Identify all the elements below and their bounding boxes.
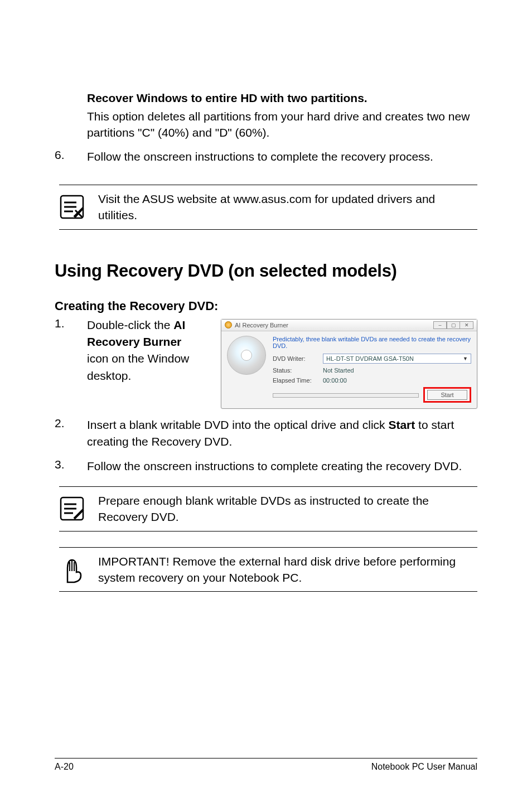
step-text: Follow the onscreen instructions to comp… [87,458,477,475]
step-1: 1. Double-click the AI Recovery Burner i… [55,317,204,385]
label-status: Status: [273,367,318,374]
step-1-row: 1. Double-click the AI Recovery Burner i… [55,313,477,409]
start-button[interactable]: Start [427,390,467,400]
step-number: 2. [55,417,70,451]
note-prepare-dvds: Prepare enough blank writable DVDs as in… [59,486,477,532]
note-important: IMPORTANT! Remove the external hard disk… [59,547,477,592]
text-tail: icon on the Window desktop. [87,352,189,381]
page-number: A-20 [55,762,74,772]
window-controls: – ▢ ✕ [433,321,473,329]
note-icon [59,194,85,220]
text-lead: Double-click the [87,318,173,331]
maximize-button[interactable]: ▢ [447,321,460,329]
option-desc: This option deletes all partitions from … [87,107,477,141]
ai-recovery-burner-window: AI Recovery Burner – ▢ ✕ Predictably, th… [221,319,477,409]
note-text: Prepare enough blank writable DVDs as in… [98,492,474,525]
disc-image [227,336,266,375]
label-elapsed: Elapsed Time: [273,377,318,384]
page-footer: A-20 Notebook PC User Manual [55,758,477,772]
elapsed-value: 00:00:00 [323,377,347,384]
status-value: Not Started [323,367,354,374]
step-3: 3. Follow the onscreen instructions to c… [55,450,477,475]
label-writer: DVD Writer: [273,355,318,362]
row-writer: DVD Writer: HL-DT-ST DVDRAM GSA-T50N ▼ [273,354,471,364]
fields: Predictably, three blank writable DVDs a… [273,336,471,403]
step-number: 1. [55,317,70,385]
section-title: Using Recovery DVD (on selected models) [55,261,477,281]
step-2: 2. Insert a blank writable DVD into the … [55,409,477,451]
step-number: 6. [55,148,70,165]
subsection-title: Creating the Recovery DVD: [55,299,477,313]
dvd-writer-select[interactable]: HL-DT-ST DVDRAM GSA-T50N ▼ [323,354,471,364]
step-text: Follow the onscreen instructions to comp… [87,148,477,165]
window-title-text: AI Recovery Burner [235,322,288,328]
recovery-option-block: Recover Windows to entire HD with two pa… [55,89,477,141]
window-titlebar: AI Recovery Burner – ▢ ✕ [221,320,477,331]
close-button[interactable]: ✕ [460,321,473,329]
start-button-highlight: Start [423,387,471,403]
minimize-button[interactable]: – [433,321,447,329]
window-body: Predictably, three blank writable DVDs a… [221,331,477,408]
hint-text: Predictably, three blank writable DVDs a… [273,336,471,350]
note-text: IMPORTANT! Remove the external hard disk… [98,553,474,586]
chevron-down-icon: ▼ [463,356,468,361]
row-status: Status: Not Started [273,367,471,374]
row-start: Start [273,387,471,403]
start-button-label: Start [441,392,453,398]
window-title: AI Recovery Burner [225,321,288,328]
row-elapsed: Elapsed Time: 00:00:00 [273,377,471,384]
manual-page: Recover Windows to entire HD with two pa… [0,0,532,802]
text-lead: Insert a blank writable DVD into the opt… [87,418,388,431]
note-icon [59,496,85,521]
app-icon [225,321,232,328]
dvd-writer-value: HL-DT-ST DVDRAM GSA-T50N [326,355,414,362]
progress-bar [273,393,419,398]
step-text: Insert a blank writable DVD into the opt… [87,417,477,451]
option-title: Recover Windows to entire HD with two pa… [87,89,477,107]
step-text: Double-click the AI Recovery Burner icon… [87,317,204,385]
manual-title: Notebook PC User Manual [371,762,477,772]
note-text: Visit the ASUS website at www.asus.com f… [98,191,474,224]
step-6: 6. Follow the onscreen instructions to c… [55,141,477,165]
caution-hand-icon [59,557,85,582]
text-bold: Start [388,418,415,431]
note-visit-asus: Visit the ASUS website at www.asus.com f… [59,185,477,230]
step-number: 3. [55,458,70,475]
